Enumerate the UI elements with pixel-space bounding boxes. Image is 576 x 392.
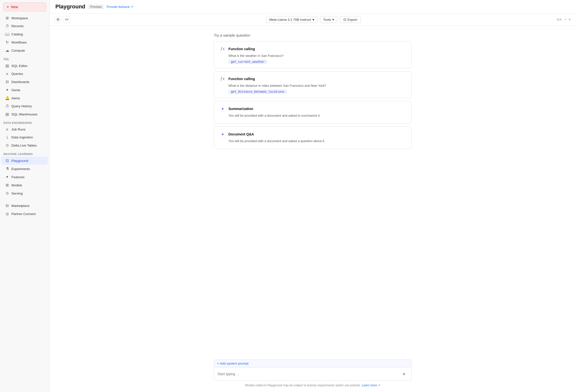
sidebar-label-dashboards: Dashboards [11, 80, 29, 84]
sample-card-desc: What is the weather in San Francisco? [229, 54, 406, 57]
sidebar-label-queries: Queries [11, 72, 23, 76]
model-selector[interactable]: Meta Llama 3.1 70B Instruct ▾ [266, 16, 317, 23]
feedback-link[interactable]: Provide feeback ↗ [107, 5, 133, 9]
sidebar-item-delta-live-tables[interactable]: ⊙ Delta Live Tables [1, 141, 48, 149]
learn-more-link[interactable]: Learn more ↗ [362, 384, 380, 387]
sample-card-header: ✦ Summarization [219, 105, 406, 112]
sidebar-label-compute: Compute [11, 49, 25, 52]
footer-note: Models called in Playground may be subje… [214, 381, 412, 392]
toolbar-right: ≡× − + [557, 17, 571, 22]
sample-card-title: Document Q&A [229, 132, 254, 136]
sample-card-document-qa[interactable]: ✦ Document Q&A You will be provided with… [214, 127, 412, 149]
sidebar-label-alerts: Alerts [11, 96, 20, 100]
sidebar-label-workspace: Workspace [11, 16, 28, 20]
sidebar-item-queries[interactable]: ≡ Queries [1, 70, 48, 78]
sidebar-item-workflows[interactable]: ↻ Workflows [1, 38, 48, 46]
sidebar-item-experiments[interactable]: ⚗ Experiments [1, 165, 48, 173]
sidebar-label-data-ingestion: Data Ingestion [11, 136, 33, 139]
sidebar-item-job-runs[interactable]: ≡ Job Runs [1, 126, 48, 133]
sample-section: Try a sample question ƒx Function callin… [214, 33, 412, 152]
send-button[interactable]: ➤ [400, 370, 408, 378]
sidebar-label-features: Features [11, 175, 25, 179]
sidebar-label-sql-editor: SQL Editor [11, 64, 28, 68]
plus-icon: + [7, 5, 9, 9]
sidebar-label-query-history: Query History [11, 104, 32, 108]
sample-card-icon: ƒx [219, 46, 226, 52]
sidebar-item-models[interactable]: ⊞ Models [1, 181, 48, 189]
sidebar-item-catalog[interactable]: 📖 Catalog [1, 30, 48, 38]
sidebar-data-engineering-section: ≡ Job Runs ⤵ Data Ingestion ⊙ Delta Live… [0, 125, 49, 149]
expand-icon[interactable]: + [568, 17, 571, 22]
sidebar-icon-query-history: ⏱ [5, 104, 9, 108]
learn-more-icon: ↗ [378, 384, 380, 387]
sidebar-item-playground[interactable]: ⊡ Playground [1, 157, 48, 165]
sidebar-item-features[interactable]: ✦ Features [1, 173, 48, 181]
sample-card-desc: You will be provided with a document and… [229, 114, 406, 117]
sidebar-icon-workspace: ⊞ [5, 16, 9, 20]
sidebar-item-dashboards[interactable]: ⊟ Dashboards [1, 78, 48, 86]
code-button[interactable]: <> [63, 16, 70, 23]
sidebar-label-sql-warehouses: SQL Warehouses [11, 112, 38, 116]
sample-card-title: Summarization [229, 107, 253, 111]
sidebar-item-workspace[interactable]: ⊞ Workspace [1, 14, 48, 22]
sidebar-item-recents[interactable]: ⏱ Recents [1, 22, 48, 30]
tools-dropdown-icon: ▾ [332, 18, 334, 22]
settings-button[interactable]: ⚙ [54, 16, 61, 23]
new-button-label: New [11, 5, 18, 9]
sidebar-ml-label: Machine Learning [0, 149, 49, 156]
sidebar-item-compute[interactable]: ☁ Compute [1, 47, 48, 54]
sidebar-label-job-runs: Job Runs [11, 128, 26, 131]
tools-button[interactable]: Tools ▾ [320, 16, 337, 23]
sidebar-icon-queries: ≡ [5, 72, 9, 76]
sidebar-item-data-ingestion[interactable]: ⤵ Data Ingestion [1, 134, 48, 141]
sidebar-icon-recents: ⏱ [5, 24, 9, 28]
clear-icon[interactable]: ≡× [557, 17, 562, 22]
sample-card-summarization[interactable]: ✦ Summarization You will be provided wit… [214, 101, 412, 124]
sample-card-header: ƒx Function calling [219, 75, 406, 82]
sidebar-label-serving: Serving [11, 192, 23, 195]
sidebar-icon-sql-warehouses: ▤ [5, 112, 9, 116]
sample-card-desc: You will be provided with a document and… [229, 139, 406, 143]
chat-input-container: ➤ [214, 367, 412, 381]
sidebar-label-marketplace: Marketplace [11, 204, 30, 208]
sidebar-item-sql-warehouses[interactable]: ▤ SQL Warehouses [1, 110, 48, 118]
sample-card-function-calling-1[interactable]: ƒx Function calling What is the weather … [214, 41, 412, 68]
topbar: Playground Preview Provide feeback ↗ [49, 0, 576, 14]
sidebar-icon-models: ⊞ [5, 183, 9, 187]
tools-label: Tools [323, 18, 331, 22]
sidebar-data-eng-label: Data Engineering [0, 118, 49, 125]
add-system-prompt-label: + Add system prompt [217, 362, 248, 365]
sidebar-item-sql-editor[interactable]: ▤ SQL Editor [1, 62, 48, 70]
sidebar-icon-job-runs: ≡ [5, 127, 9, 132]
sidebar-icon-serving: ⊙ [5, 191, 9, 196]
sidebar-item-marketplace[interactable]: ⊟ Marketplace [1, 202, 48, 210]
sidebar-item-query-history[interactable]: ⏱ Query History [1, 102, 48, 110]
sample-card-header: ✦ Document Q&A [219, 131, 406, 138]
sidebar-label-catalog: Catalog [11, 32, 23, 36]
chat-input[interactable] [218, 372, 400, 376]
sidebar-label-models: Models [11, 183, 22, 187]
bottom-area: + Add system prompt ➤ [214, 355, 412, 381]
new-button[interactable]: + New [3, 2, 46, 11]
sidebar-icon-sql-editor: ▤ [5, 63, 9, 68]
sample-card-desc: What is the distance in miles between Sa… [229, 84, 406, 87]
sidebar-icon-experiments: ⚗ [5, 167, 9, 171]
sample-section-label: Try a sample question [214, 33, 412, 37]
sidebar-label-experiments: Experiments [11, 167, 30, 171]
sidebar-label-playground: Playground [11, 159, 28, 163]
add-system-prompt-button[interactable]: + Add system prompt [214, 359, 412, 367]
sidebar-item-genie[interactable]: ✦ Genie [1, 86, 48, 94]
page-title: Playground [55, 3, 85, 10]
sidebar-item-serving[interactable]: ⊙ Serving [1, 189, 48, 197]
sample-card-tag: get_distance_between_locations [229, 89, 287, 94]
sidebar-icon-data-ingestion: ⤵ [5, 135, 9, 140]
sidebar-icon-catalog: 📖 [5, 32, 9, 36]
content-wrapper: Try a sample question ƒx Function callin… [214, 33, 412, 392]
minimize-icon[interactable]: − [564, 17, 567, 22]
sidebar-item-alerts[interactable]: 🔔 Alerts [1, 94, 48, 102]
sample-card-header: ƒx Function calling [219, 46, 406, 52]
sample-card-function-calling-2[interactable]: ƒx Function calling What is the distance… [214, 71, 412, 98]
sidebar-item-partner-connect[interactable]: ◎ Partner Connect [1, 210, 48, 218]
sidebar-icon-compute: ☁ [5, 48, 9, 53]
export-button[interactable]: ⊡ Export [340, 16, 361, 23]
